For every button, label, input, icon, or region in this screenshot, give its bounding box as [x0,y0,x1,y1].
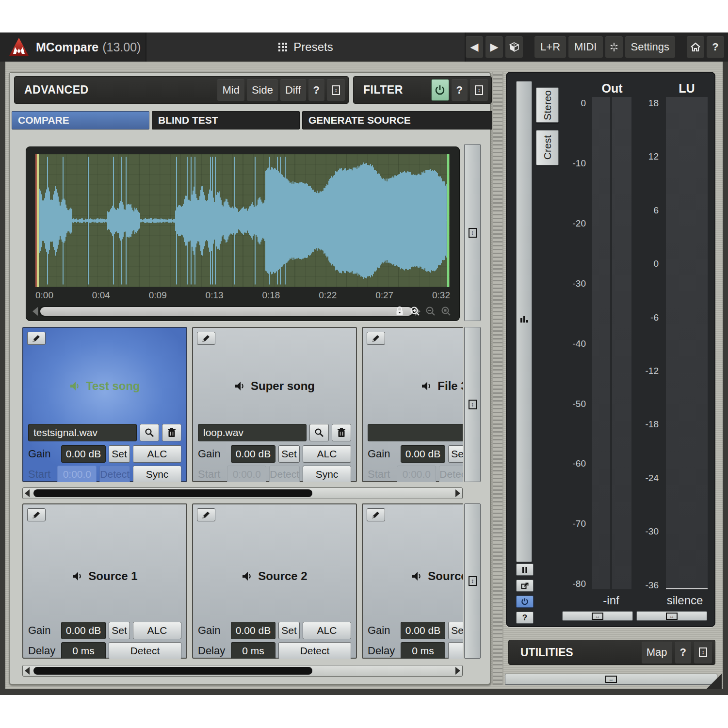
utilities-collapse-button[interactable]: ↕ [694,642,712,663]
file-name-field[interactable]: loop.wav [198,424,307,441]
input-source-panel[interactable]: Source 1Gain0.00 dBSetALCDelay0 msDetect [22,503,187,659]
set-gain-button[interactable]: Set [278,622,300,639]
set-gain-button[interactable]: Set [278,445,300,463]
waveform-display[interactable]: 0:000:040:090:130:180:220:270:32 [26,146,460,321]
file-source-panel[interactable]: Super songloop.wavGain0.00 dBSetALCStart… [192,327,357,482]
pause-meter-button[interactable] [516,564,534,576]
tab-compare[interactable]: COMPARE [12,111,149,129]
lu-meter-width-button[interactable]: ↔ [636,611,707,621]
histogram-icon[interactable] [519,314,529,324]
alc-button[interactable]: ALC [133,622,181,639]
home-button[interactable] [687,36,704,58]
set-gain-button[interactable]: Set [109,622,130,639]
delay-value[interactable]: 0 ms [231,642,275,659]
settings-button[interactable]: Settings [625,36,676,58]
advanced-help-button[interactable]: ? [308,79,324,101]
side-button[interactable]: Side [247,79,278,101]
input-source-panel[interactable]: Source 2Gain0.00 dBSetALCDelay0 msDetect [192,503,357,659]
zoom-fit-icon[interactable] [440,306,452,317]
meter-power-button[interactable] [516,596,534,608]
rename-button[interactable] [197,508,215,521]
scroll-right-arrow-icon[interactable] [455,489,460,497]
scroll-left-arrow-icon[interactable] [25,489,30,497]
scroll-left-arrow-icon[interactable] [32,307,38,316]
sync-button[interactable]: Sync [303,466,351,482]
random-preset-button[interactable] [505,36,523,58]
tab-blind-test[interactable]: BLIND TEST [152,111,300,129]
gain-value[interactable]: 0.00 dB [61,622,106,639]
midi-button[interactable]: MIDI [568,36,602,58]
sparkle-button[interactable] [605,36,623,58]
gain-value[interactable]: 0.00 dB [231,622,275,639]
browse-file-button[interactable] [309,424,329,441]
previous-preset-button[interactable]: ◀ [466,36,483,58]
input-source-panel[interactable]: Source 3Gain0.00 dBSetALCDelay0 msDetect [362,503,463,659]
detect-delay-button[interactable]: Detect [278,642,351,659]
utilities-help-button[interactable]: ? [675,642,691,663]
waveform-scroll-thumb[interactable] [40,307,413,316]
detect-delay-button[interactable]: Detect [448,642,463,659]
detect-delay-button[interactable]: Detect [109,642,181,659]
rename-button[interactable] [367,508,385,521]
file-name-field[interactable] [368,424,463,441]
filter-help-button[interactable]: ? [452,79,468,101]
rename-button[interactable] [197,332,215,345]
popout-meter-button[interactable] [516,580,534,592]
set-gain-button[interactable]: Set [448,445,463,463]
filter-power-button[interactable] [431,79,449,101]
delete-file-button[interactable] [162,424,181,441]
crest-mode-button[interactable]: Crest [536,130,559,165]
file-source-panel[interactable]: Test songtestsignal.wavGain0.00 dBSetALC… [22,327,187,482]
meter-help-button[interactable]: ? [516,612,534,624]
file-name-field[interactable]: testsignal.wav [28,424,137,441]
file-row-scrollbar[interactable] [22,487,463,499]
file-row-height-slider[interactable]: ↕ [464,327,481,482]
zoom-in-icon[interactable] [409,306,421,317]
gain-value[interactable]: 0.00 dB [401,445,445,463]
start-value[interactable]: 0:00.0 [57,466,97,482]
scroll-left-arrow-icon[interactable] [25,667,30,675]
delay-value[interactable]: 0 ms [61,642,106,659]
lock-icon[interactable] [394,306,405,317]
mid-button[interactable]: Mid [217,79,244,101]
rename-button[interactable] [27,332,46,345]
input-row-height-slider[interactable]: ↕ [464,503,481,659]
input-row-scroll-thumb[interactable] [33,667,312,675]
rename-button[interactable] [367,332,385,345]
rename-button[interactable] [27,508,46,521]
map-button[interactable]: Map [642,642,672,663]
start-value[interactable]: 0:00.0 [227,466,266,482]
file-source-panel[interactable]: File 3Gain0.00 dBSetALCStart0:00.0Detect… [362,327,463,482]
presets-button[interactable]: Presets [146,32,466,62]
gain-value[interactable]: 0.00 dB [231,445,275,463]
delay-value[interactable]: 0 ms [401,642,445,659]
meter-panel-width-button[interactable]: ↔ [505,674,717,685]
next-preset-button[interactable]: ▶ [485,36,503,58]
scroll-right-arrow-icon[interactable] [455,667,460,675]
zoom-out-icon[interactable] [425,306,437,317]
file-row-scroll-thumb[interactable] [33,489,312,497]
input-row-scrollbar[interactable] [22,665,463,677]
alc-button[interactable]: ALC [133,445,181,463]
gain-value[interactable]: 0.00 dB [61,445,106,463]
waveform-scrollbar[interactable] [32,306,421,317]
detect-start-button[interactable]: Detect [269,466,300,482]
set-gain-button[interactable]: Set [448,622,463,639]
filter-collapse-button[interactable]: ↕ [470,79,488,101]
tab-generate-source[interactable]: GENERATE SOURCE [302,111,493,129]
gain-value[interactable]: 0.00 dB [401,622,445,639]
help-button[interactable]: ? [707,36,724,58]
out-meter-width-button[interactable]: ↔ [562,611,633,621]
alc-button[interactable]: ALC [303,622,351,639]
alc-button[interactable]: ALC [303,445,351,463]
advanced-collapse-button[interactable]: ↕ [327,79,345,101]
detect-start-button[interactable]: Detect [99,466,130,482]
browse-file-button[interactable] [140,424,159,441]
set-gain-button[interactable]: Set [109,445,130,463]
waveform-scroll-track[interactable] [39,306,414,317]
sync-button[interactable]: Sync [133,466,181,482]
waveform-zoom-slider[interactable]: ↕ [464,144,481,321]
detect-start-button[interactable]: Detect [439,466,463,482]
start-value[interactable]: 0:00.0 [397,466,436,482]
stereo-mode-button[interactable]: Stereo [536,87,559,123]
